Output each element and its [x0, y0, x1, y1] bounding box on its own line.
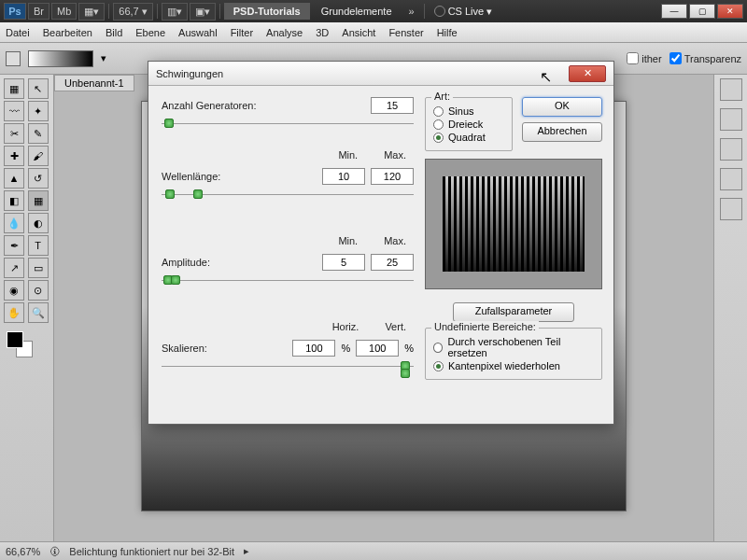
menu-auswahl[interactable]: Auswahl [178, 27, 218, 38]
type-dreieck-radio[interactable]: Dreieck [433, 119, 504, 130]
workspace-tab-psd-tutorials[interactable]: PSD-Tutorials [224, 3, 310, 20]
more-workspaces[interactable]: » [403, 6, 420, 17]
status-message: Belichtung funktioniert nur bei 32-Bit [69, 546, 234, 557]
minimize-button[interactable]: — [661, 4, 687, 19]
dialog-close-button[interactable]: ✕ [569, 65, 606, 82]
wavelength-max-input[interactable] [371, 168, 414, 185]
tools-panel: ▦ ↖ 〰 ✦ ✂ ✎ ✚ 🖌 ▲ ↺ ◧ ▦ 💧 ◐ ✒ T ↗ ▭ ◉ ⊙ … [0, 75, 54, 541]
dither-checkbox[interactable]: ither [627, 52, 661, 64]
path-select-tool-icon[interactable]: ↗ [4, 258, 24, 278]
scale-horiz-input[interactable] [292, 340, 335, 357]
panel-icon-1[interactable] [720, 78, 742, 101]
right-panels [713, 75, 747, 541]
menu-analyse[interactable]: Analyse [266, 27, 303, 38]
arrange-button[interactable]: ▥▾ [162, 3, 188, 21]
menu-fenster[interactable]: Fenster [388, 27, 423, 38]
cs-live-button[interactable]: CS Live ▾ [429, 6, 499, 18]
status-bar: 66,67% 🛈 Belichtung funktioniert nur bei… [0, 541, 747, 560]
dialog-title: Schwingungen [156, 68, 223, 79]
menu-3d[interactable]: 3D [316, 27, 329, 38]
gradient-tool-icon[interactable]: ▦ [28, 190, 49, 211]
status-zoom[interactable]: 66,67% [6, 546, 40, 557]
menu-filter[interactable]: Filter [231, 27, 253, 38]
panel-icon-4[interactable] [720, 168, 742, 190]
move-tool-icon[interactable]: ▦ [4, 78, 24, 99]
heal-tool-icon[interactable]: ✚ [4, 146, 24, 166]
maximize-button[interactable]: ▢ [689, 4, 715, 19]
close-button[interactable]: ✕ [717, 4, 743, 19]
type-sinus-radio[interactable]: Sinus [433, 105, 504, 117]
undef-wrap-radio[interactable]: Durch verschobenen Teil ersetzen [433, 336, 594, 358]
menu-datei[interactable]: Datei [6, 27, 30, 38]
menu-ansicht[interactable]: Ansicht [342, 27, 375, 38]
dodge-tool-icon[interactable]: ◐ [28, 213, 49, 233]
scale-vert-input[interactable] [356, 340, 399, 357]
wave-preview [425, 159, 602, 289]
shape-tool-icon[interactable]: ▭ [28, 258, 49, 278]
stamp-tool-icon[interactable]: ▲ [4, 168, 24, 189]
gradient-picker-arrow[interactable]: ▾ [101, 52, 106, 64]
screen-mode-button[interactable]: ▣▾ [190, 3, 216, 21]
undefined-areas-fieldset: Undefinierte Bereiche: Durch verschobene… [425, 328, 602, 380]
gradient-preview[interactable] [28, 50, 93, 67]
menu-bild[interactable]: Bild [106, 27, 122, 38]
scale-slider[interactable] [162, 366, 414, 379]
type-fieldset: Art: Sinus Dreieck Quadrat [425, 97, 513, 151]
photoshop-logo-icon: Ps [4, 3, 26, 20]
transparency-checkbox[interactable]: Transparenz [669, 52, 741, 64]
generators-label: Anzahl Generatoren: [162, 100, 274, 111]
amplitude-label: Amplitude: [162, 257, 274, 268]
crop-tool-icon[interactable]: ✂ [4, 123, 24, 144]
panel-icon-3[interactable] [720, 138, 742, 161]
scale-label: Skalieren: [162, 343, 274, 354]
panel-icon-2[interactable] [720, 108, 742, 131]
wave-filter-dialog: Schwingungen ✕ Anzahl Generatoren: Min.M… [148, 61, 614, 425]
amplitude-slider[interactable] [162, 280, 414, 293]
type-quadrat-radio[interactable]: Quadrat [433, 132, 504, 143]
tool-preset-picker[interactable] [6, 51, 21, 66]
view-options-button[interactable]: ▦▾ [78, 3, 105, 21]
cancel-button[interactable]: Abbrechen [522, 122, 602, 142]
amplitude-min-input[interactable] [322, 254, 365, 271]
generators-input[interactable] [371, 97, 414, 114]
randomize-button[interactable]: Zufallsparameter [453, 302, 574, 322]
lasso-tool-icon[interactable]: 〰 [4, 101, 24, 121]
menu-ebene[interactable]: Ebene [135, 27, 165, 38]
wavelength-min-input[interactable] [322, 168, 365, 185]
menu-bar: Datei Bearbeiten Bild Ebene Auswahl Filt… [0, 22, 747, 43]
eraser-tool-icon[interactable]: ◧ [4, 190, 24, 211]
generators-slider[interactable] [162, 123, 414, 136]
zoom-level[interactable]: 66,7 ▾ [113, 3, 152, 21]
wand-tool-icon[interactable]: ✦ [28, 101, 49, 121]
3d-camera-tool-icon[interactable]: ⊙ [28, 280, 49, 301]
title-bar: Ps Br Mb ▦▾ 66,7 ▾ ▥▾ ▣▾ PSD-Tutorials G… [0, 0, 747, 22]
type-tool-icon[interactable]: T [28, 235, 49, 256]
dialog-titlebar[interactable]: Schwingungen ✕ [148, 62, 613, 86]
amplitude-max-input[interactable] [371, 254, 414, 271]
wavelength-label: Wellenlänge: [162, 171, 274, 182]
workspace-tab-grundelemente[interactable]: Grundelemente [312, 3, 402, 20]
menu-hilfe[interactable]: Hilfe [437, 27, 458, 38]
undef-repeat-radio[interactable]: Kantenpixel wiederholen [433, 360, 594, 371]
document-tab[interactable]: Unbenannt-1 [54, 75, 134, 91]
minibridge-button[interactable]: Mb [51, 3, 77, 20]
hand-tool-icon[interactable]: ✋ [4, 302, 24, 323]
panel-icon-5[interactable] [720, 198, 742, 220]
eyedropper-tool-icon[interactable]: ✎ [28, 123, 49, 144]
ok-button[interactable]: OK [522, 97, 602, 117]
zoom-tool-icon[interactable]: 🔍 [28, 302, 49, 323]
3d-tool-icon[interactable]: ◉ [4, 280, 24, 301]
bridge-button[interactable]: Br [28, 3, 49, 20]
color-swatches[interactable] [4, 329, 49, 357]
wavelength-slider[interactable] [162, 194, 414, 207]
brush-tool-icon[interactable]: 🖌 [28, 146, 49, 166]
foreground-color[interactable] [7, 331, 23, 348]
pen-tool-icon[interactable]: ✒ [4, 235, 24, 256]
marquee-tool-icon[interactable]: ↖ [28, 78, 49, 99]
history-brush-tool-icon[interactable]: ↺ [28, 168, 49, 189]
menu-bearbeiten[interactable]: Bearbeiten [43, 27, 92, 38]
blur-tool-icon[interactable]: 💧 [4, 213, 24, 233]
